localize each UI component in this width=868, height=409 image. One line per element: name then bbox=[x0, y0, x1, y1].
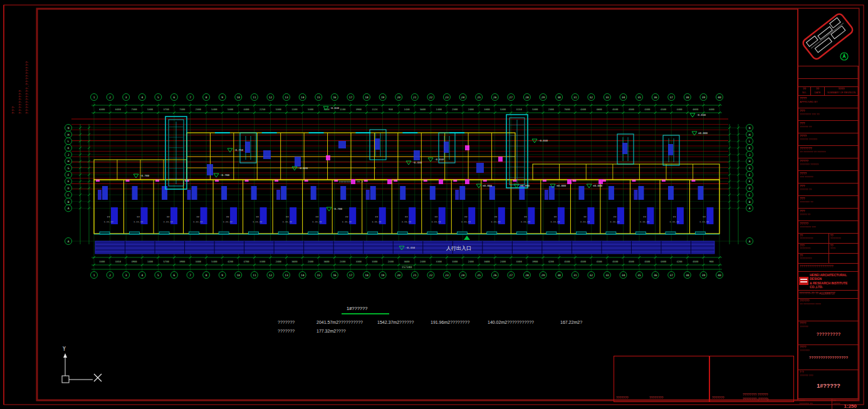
dim-value: 4500 bbox=[629, 260, 635, 263]
grid-bubble-label: 21 bbox=[413, 96, 417, 99]
titleblock-row: ????????? ?? bbox=[798, 184, 859, 196]
grid-bubble-label: L bbox=[749, 140, 751, 143]
dim-value: 3900 bbox=[356, 108, 362, 111]
grid-bubble-label: 26 bbox=[493, 274, 497, 277]
dim-value: 5400 bbox=[211, 260, 217, 263]
elevation-value: ±0.000 bbox=[698, 132, 708, 135]
grid-bubble-label: A bbox=[68, 240, 70, 243]
entrance-label: 人行出入口 bbox=[446, 246, 471, 251]
grid-bubble-label: 13 bbox=[285, 96, 288, 99]
unit-label: ?-??.?? bbox=[253, 221, 262, 224]
titleblock-two-col-row: ????????????????? bbox=[798, 244, 859, 254]
unit-label: ?? bbox=[434, 215, 437, 219]
dim-value: 1100 bbox=[340, 108, 346, 111]
titleblock-two-col-cell: ?????????? bbox=[829, 234, 859, 243]
grid-bubble-label: 18 bbox=[365, 274, 369, 277]
dim-value: 3300 bbox=[516, 260, 523, 263]
grid-bubble-label: D bbox=[68, 187, 70, 190]
unit-label: ?? bbox=[345, 215, 348, 219]
window-sill bbox=[397, 232, 407, 234]
fixture-block bbox=[414, 150, 420, 160]
fixture-block bbox=[162, 186, 167, 200]
project-box: ??????????? ????????????????? bbox=[798, 345, 859, 370]
grid-bubble-label: 29 bbox=[541, 274, 545, 277]
fixture-block bbox=[370, 186, 376, 200]
unit-label: ?-??.?? bbox=[491, 221, 500, 224]
elevation-triangle-icon bbox=[406, 161, 411, 165]
elevation-value: -0.030 bbox=[538, 139, 548, 142]
unit-label: ?-??.?? bbox=[193, 221, 202, 224]
dim-value: 5300 bbox=[500, 108, 506, 111]
dim-value: 4400 bbox=[676, 108, 682, 111]
window-sill bbox=[546, 232, 557, 234]
hatch-mark bbox=[326, 155, 330, 160]
titleblock-two-col-cell: ??????????? bbox=[798, 254, 829, 263]
unit-label: ?-??.?? bbox=[550, 221, 560, 224]
dim-value: 3800 bbox=[484, 108, 490, 111]
certificate-text: ?????????????????? bbox=[798, 264, 859, 272]
fixture-block bbox=[311, 186, 316, 200]
unit-label: ?-??.?? bbox=[223, 221, 233, 224]
grid-bubble-label: 17 bbox=[349, 96, 353, 99]
scale-cell: ??????? 1:250 bbox=[832, 399, 859, 409]
window-sill bbox=[606, 232, 616, 234]
unit-label: ?-??.?? bbox=[640, 221, 649, 224]
revision-header-cell: ??NO. bbox=[798, 87, 811, 95]
window-sill bbox=[695, 232, 705, 234]
dim-value: 3600 bbox=[404, 260, 410, 263]
site-key-plan bbox=[798, 9, 859, 66]
dim-value: 7300 bbox=[131, 108, 137, 111]
unit-label: ?-??.?? bbox=[342, 221, 352, 224]
grid-bubble-label: J bbox=[68, 153, 70, 157]
client-value: ????????? bbox=[800, 332, 857, 336]
grid-bubble-label: 36 bbox=[654, 274, 657, 277]
dim-value: 4500 bbox=[580, 260, 587, 263]
grid-bubble-label: 6 bbox=[174, 96, 175, 99]
stats-segment: ??????? bbox=[278, 329, 295, 333]
titleblock-row: ??????????? ??? ?? bbox=[798, 108, 859, 121]
dim-value: 900 bbox=[709, 260, 714, 263]
grid-bubble-label: 35 bbox=[637, 274, 641, 277]
fixture-block bbox=[295, 157, 301, 167]
drawing-title-box: ? ??????? ??? 1#????? bbox=[798, 370, 859, 399]
grid-bubble-label: 31 bbox=[573, 96, 577, 99]
grid-bubble-label: 2 bbox=[109, 96, 111, 99]
window-sill bbox=[189, 232, 199, 234]
grid-bubble-label: G bbox=[749, 167, 751, 170]
dim-value: 3300 bbox=[99, 260, 105, 263]
dim-value: 4800 bbox=[693, 108, 699, 111]
fixture-block bbox=[340, 186, 346, 200]
plan-title: 1#?????? bbox=[347, 306, 367, 311]
grid-bubble-label: D bbox=[749, 187, 751, 190]
fixture-block bbox=[668, 186, 674, 200]
grid-bubble-label: B bbox=[68, 200, 70, 204]
fixture-block bbox=[430, 186, 436, 200]
grid-bubble-label: 32 bbox=[590, 96, 593, 99]
stats-segment: 177.32m2???? bbox=[316, 329, 346, 333]
grid-bubble-label: E bbox=[68, 180, 70, 183]
grid-bubble-label: 5 bbox=[157, 274, 159, 277]
dim-value: 3600 bbox=[323, 260, 330, 263]
unit-label: ?? bbox=[553, 215, 557, 219]
grid-bubble-label: 9 bbox=[221, 274, 223, 277]
dim-value: 3600 bbox=[484, 260, 490, 263]
margin-line: ??? bbox=[10, 61, 17, 114]
dim-value: 4200 bbox=[676, 260, 682, 263]
fixture-block bbox=[698, 186, 703, 200]
window-sill bbox=[159, 232, 169, 234]
fixture-block bbox=[276, 190, 280, 200]
unit-label: ?-??.?? bbox=[163, 221, 172, 224]
grid-bubble-label: 39 bbox=[702, 96, 706, 99]
unit-label: ?-??.?? bbox=[372, 221, 381, 224]
grid-bubble-label: 39 bbox=[702, 274, 706, 277]
titleblock-two-col-cell: ??????????? bbox=[798, 244, 829, 253]
elevation-value: -0.020 bbox=[298, 167, 308, 170]
company-logo-icon bbox=[799, 277, 808, 285]
grid-bubble-label: 16 bbox=[333, 96, 337, 99]
fixture-block bbox=[459, 186, 465, 200]
dim-value: 3300 bbox=[452, 260, 458, 263]
hatch-mark bbox=[387, 179, 392, 184]
titleblock-two-col-row: ?????????????????????? bbox=[798, 234, 859, 244]
grid-bubble-label: G bbox=[68, 167, 70, 170]
revision-empty-row bbox=[798, 66, 859, 79]
